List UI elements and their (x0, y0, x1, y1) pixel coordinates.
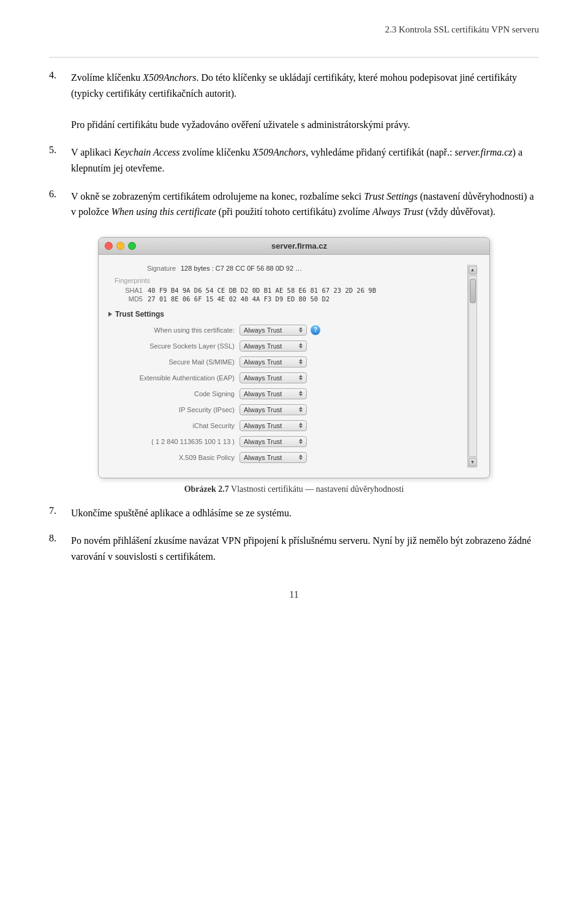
trust-label-5: IP Security (IPsec) (118, 406, 235, 413)
signature-label: Signature (108, 265, 176, 272)
trust-settings-title: Trust Settings (115, 310, 164, 318)
dropdown-arrow-icon-5 (299, 407, 303, 412)
arrow-up-icon (299, 327, 303, 330)
signature-value: 128 bytes : C7 28 CC 0F 56 88 0D 92 … (181, 265, 302, 272)
trust-row-6: iChat SecurityAlways Trust (108, 420, 467, 431)
section-8-number: 8. (49, 533, 64, 544)
arrow-down-icon (299, 362, 303, 364)
trust-value-3: Always Trust (244, 374, 282, 382)
fp-md5-label: MD5 (121, 295, 143, 303)
trust-label-7: ( 1 2 840 113635 100 1 13 ) (118, 438, 235, 445)
page-header: 2.3 Kontrola SSL certifikátu VPN serveru (49, 24, 539, 35)
trust-row-5: IP Security (IPsec)Always Trust (108, 404, 467, 415)
dropdown-arrow-icon-3 (299, 375, 303, 380)
dropdown-arrow-icon-7 (299, 439, 303, 444)
trust-dropdown-2[interactable]: Always Trust (239, 356, 307, 367)
scroll-up-button[interactable]: ▲ (469, 266, 477, 274)
trust-row-8: X.509 Basic PolicyAlways Trust (108, 452, 467, 463)
fingerprint-md5: MD5 27 01 8E 06 6F 15 4E 02 40 4A F3 D9 … (115, 295, 467, 303)
arrow-down-icon (299, 378, 303, 380)
arrow-down-icon (299, 330, 303, 333)
arrow-up-icon (299, 423, 303, 425)
trust-dropdown-0[interactable]: Always Trust (239, 325, 307, 336)
mac-titlebar: server.firma.cz (99, 238, 489, 255)
maximize-button[interactable] (128, 242, 136, 250)
trust-value-1: Always Trust (244, 342, 282, 350)
section-5-number: 5. (49, 145, 64, 156)
dropdown-arrow-icon-1 (299, 343, 303, 348)
window-title: server.firma.cz (140, 241, 459, 250)
trust-settings-header: Trust Settings (108, 310, 467, 318)
page-number: 11 (49, 589, 539, 600)
trust-dropdown-3[interactable]: Always Trust (239, 372, 307, 383)
arrow-up-icon (299, 407, 303, 409)
dropdown-arrow-icon-2 (299, 359, 303, 364)
header-title: 2.3 Kontrola SSL certifikátu VPN serveru (385, 24, 539, 34)
trust-triangle-icon[interactable] (108, 312, 112, 317)
trust-label-4: Code Signing (118, 390, 235, 397)
fp-sha1-value: 40 F9 B4 9A D6 54 CE DB D2 0D B1 AE 58 E… (148, 287, 376, 294)
header-divider (49, 57, 539, 58)
section-4-number: 4. (49, 70, 64, 81)
arrow-up-icon (299, 359, 303, 361)
arrow-down-icon (299, 426, 303, 428)
trust-dropdown-1[interactable]: Always Trust (239, 341, 307, 352)
window-main-content: Signature 128 bytes : C7 28 CC 0F 56 88 … (108, 265, 467, 468)
trust-row-4: Code SigningAlways Trust (108, 388, 467, 399)
section-7-content: Ukončíme spuštěné aplikace a odhlásíme s… (71, 505, 292, 521)
trust-label-3: Extensible Authentication (EAP) (118, 374, 235, 382)
close-button[interactable] (105, 242, 113, 250)
minimize-button[interactable] (116, 242, 124, 250)
scroll-thumb[interactable] (470, 279, 476, 303)
section-4-content: Zvolíme klíčenku X509Anchors. Do této kl… (71, 70, 539, 132)
figure-caption-text: Vlastnosti certifikátu — nastavení důvěr… (229, 484, 404, 494)
fp-md5-value: 27 01 8E 06 6F 15 4E 02 40 4A F3 D9 ED 8… (148, 295, 330, 303)
arrow-down-icon (299, 458, 303, 460)
scroll-down-button[interactable]: ▼ (469, 458, 477, 467)
dropdown-arrow-icon-6 (299, 423, 303, 428)
arrow-down-icon (299, 410, 303, 412)
trust-row-1: Secure Sockets Layer (SSL)Always Trust (108, 341, 467, 352)
trust-value-2: Always Trust (244, 358, 282, 366)
trust-row-2: Secure Mail (S/MIME)Always Trust (108, 356, 467, 367)
scroll-track (469, 276, 477, 457)
trust-dropdown-5[interactable]: Always Trust (239, 404, 307, 415)
arrow-up-icon (299, 375, 303, 377)
dropdown-arrow-icon-8 (299, 454, 303, 460)
trust-dropdown-4[interactable]: Always Trust (239, 388, 307, 399)
section-6-content: V okně se zobrazeným certifikátem odrolu… (71, 189, 539, 220)
section-6-number: 6. (49, 189, 64, 200)
trust-row-3: Extensible Authentication (EAP)Always Tr… (108, 372, 467, 383)
figure-caption: Obrázek 2.7 Vlastnosti certifikátu — nas… (184, 484, 404, 494)
arrow-down-icon (299, 394, 303, 396)
mac-window: server.firma.cz Signature 128 bytes : C7… (98, 237, 490, 478)
trust-value-7: Always Trust (244, 438, 282, 445)
arrow-down-icon (299, 346, 303, 348)
section-6: 6. V okně se zobrazeným certifikátem odr… (49, 189, 539, 220)
trust-label-6: iChat Security (118, 422, 235, 429)
trust-value-8: Always Trust (244, 454, 282, 461)
section-5-content: V aplikaci Keychain Access zvolíme klíče… (71, 145, 539, 176)
arrow-up-icon (299, 439, 303, 441)
trust-label-0: When using this certificate: (118, 326, 235, 334)
arrow-up-icon (299, 391, 303, 393)
section-8: 8. Po novém přihlášení zkusíme navázat V… (49, 533, 539, 564)
trust-rows-container: When using this certificate:Always Trust… (108, 325, 467, 463)
trust-dropdown-8[interactable]: Always Trust (239, 452, 307, 463)
fingerprint-sha1: SHA1 40 F9 B4 9A D6 54 CE DB D2 0D B1 AE… (115, 287, 467, 294)
trust-dropdown-6[interactable]: Always Trust (239, 420, 307, 431)
trust-value-5: Always Trust (244, 406, 282, 413)
trust-label-8: X.509 Basic Policy (118, 454, 235, 461)
figure-container: server.firma.cz Signature 128 bytes : C7… (49, 237, 539, 494)
dropdown-arrow-icon-4 (299, 391, 303, 396)
section-4: 4. Zvolíme klíčenku X509Anchors. Do této… (49, 70, 539, 132)
trust-dropdown-7[interactable]: Always Trust (239, 436, 307, 447)
trust-row-7: ( 1 2 840 113635 100 1 13 )Always Trust (108, 436, 467, 447)
section-7-number: 7. (49, 505, 64, 516)
trust-row-0: When using this certificate:Always Trust… (108, 325, 467, 336)
arrow-up-icon (299, 343, 303, 345)
scrollbar[interactable]: ▲ ▼ (467, 265, 477, 468)
signature-row: Signature 128 bytes : C7 28 CC 0F 56 88 … (108, 265, 467, 272)
help-button-0[interactable]: ? (311, 325, 320, 335)
trust-value-4: Always Trust (244, 390, 282, 397)
